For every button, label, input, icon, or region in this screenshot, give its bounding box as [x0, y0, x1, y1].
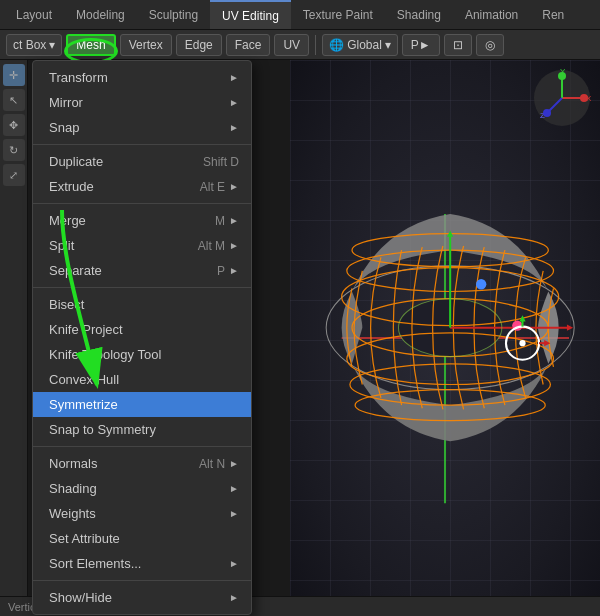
torus-mesh [290, 60, 600, 616]
menu-separator-3 [33, 287, 251, 288]
main-area: ✛ ↖ ✥ ↻ ⤢ Transform ► Mirror ► Snap ► Du… [0, 60, 600, 616]
left-toolbar: ✛ ↖ ✥ ↻ ⤢ [0, 60, 28, 616]
submenu-arrow-icon: ► [229, 215, 239, 226]
menu-item-extrude[interactable]: Extrude Alt E ► [33, 174, 251, 199]
submenu-arrow-icon: ► [229, 240, 239, 251]
menu-item-split[interactable]: Split Alt M ► [33, 233, 251, 258]
viewport-overlay-button[interactable]: ⊡ [444, 34, 472, 56]
select-mode-dropdown[interactable]: ct Box ▾ [6, 34, 62, 56]
uv-menu-button[interactable]: UV [274, 34, 309, 56]
svg-point-33 [543, 109, 551, 117]
workspace-tabs-bar: Layout Modeling Sculpting UV Editing Tex… [0, 0, 600, 30]
menu-item-knife-topology[interactable]: Knife Topology Tool [33, 342, 251, 367]
menu-item-separate[interactable]: Separate P ► [33, 258, 251, 283]
menu-separator-5 [33, 580, 251, 581]
menu-item-show-hide[interactable]: Show/Hide ► [33, 585, 251, 610]
submenu-arrow-icon: ► [229, 592, 239, 603]
select-tool[interactable]: ↖ [3, 89, 25, 111]
menu-item-snap-to-symmetry[interactable]: Snap to Symmetry [33, 417, 251, 442]
transform-dropdown[interactable]: 🌐 Global ▾ [322, 34, 398, 56]
submenu-arrow-icon: ► [229, 458, 239, 469]
tab-layout[interactable]: Layout [4, 0, 64, 29]
submenu-arrow-icon: ► [229, 72, 239, 83]
menu-item-shading[interactable]: Shading ► [33, 476, 251, 501]
tab-shading[interactable]: Shading [385, 0, 453, 29]
svg-point-16 [476, 279, 486, 289]
chevron-down-icon: ▾ [49, 38, 55, 52]
shading-icon: ◎ [485, 38, 495, 52]
svg-point-32 [558, 72, 566, 80]
submenu-arrow-icon: ► [229, 122, 239, 133]
tab-texture-paint[interactable]: Texture Paint [291, 0, 385, 29]
overlay-icon: ⊡ [453, 38, 463, 52]
menu-item-transform[interactable]: Transform ► [33, 65, 251, 90]
menu-item-set-attribute[interactable]: Set Attribute [33, 526, 251, 551]
vertex-menu-button[interactable]: Vertex [120, 34, 172, 56]
tab-animation[interactable]: Animation [453, 0, 530, 29]
global-icon: 🌐 [329, 38, 344, 52]
3d-viewport[interactable]: X Y Z [290, 60, 600, 616]
menu-item-knife-project[interactable]: Knife Project [33, 317, 251, 342]
menu-item-bisect[interactable]: Bisect [33, 292, 251, 317]
menu-item-sort-elements[interactable]: Sort Elements... ► [33, 551, 251, 576]
rotate-tool[interactable]: ↻ [3, 139, 25, 161]
menu-item-merge[interactable]: Merge M ► [33, 208, 251, 233]
menu-item-convex-hull[interactable]: Convex Hull [33, 367, 251, 392]
submenu-arrow-icon: ► [229, 181, 239, 192]
tab-render[interactable]: Ren [530, 0, 576, 29]
menu-item-normals[interactable]: Normals Alt N ► [33, 451, 251, 476]
submenu-arrow-icon: ► [229, 97, 239, 108]
submenu-arrow-icon: ► [229, 265, 239, 276]
svg-point-31 [580, 94, 588, 102]
submenu-arrow-icon: ► [229, 558, 239, 569]
tab-uv-editing[interactable]: UV Editing [210, 0, 291, 29]
move-tool[interactable]: ✥ [3, 114, 25, 136]
scale-tool[interactable]: ⤢ [3, 164, 25, 186]
menu-separator-2 [33, 203, 251, 204]
menu-separator-4 [33, 446, 251, 447]
menu-item-snap[interactable]: Snap ► [33, 115, 251, 140]
navigation-gizmo[interactable]: X Y Z [532, 68, 592, 128]
cursor-tool[interactable]: ✛ [3, 64, 25, 86]
toolbar-divider [315, 35, 316, 55]
menu-item-symmetrize[interactable]: Symmetrize [33, 392, 251, 417]
edge-menu-button[interactable]: Edge [176, 34, 222, 56]
menu-separator-1 [33, 144, 251, 145]
chevron-down-icon: ▾ [385, 38, 391, 52]
tab-modeling[interactable]: Modeling [64, 0, 137, 29]
svg-point-18 [519, 340, 525, 346]
tab-sculpting[interactable]: Sculpting [137, 0, 210, 29]
proportional-button[interactable]: P► [402, 34, 440, 56]
mesh-menu-button[interactable]: Mesh [66, 34, 115, 56]
menu-item-duplicate[interactable]: Duplicate Shift D [33, 149, 251, 174]
face-menu-button[interactable]: Face [226, 34, 271, 56]
svg-marker-12 [567, 325, 573, 331]
submenu-arrow-icon: ► [229, 483, 239, 494]
submenu-arrow-icon: ► [229, 508, 239, 519]
menu-item-mirror[interactable]: Mirror ► [33, 90, 251, 115]
menu-item-weights[interactable]: Weights ► [33, 501, 251, 526]
header-toolbar: ct Box ▾ Mesh Vertex Edge Face UV 🌐 Glob… [0, 30, 600, 60]
viewport-shading-button[interactable]: ◎ [476, 34, 504, 56]
mesh-dropdown-menu: Transform ► Mirror ► Snap ► Duplicate Sh… [32, 60, 252, 615]
